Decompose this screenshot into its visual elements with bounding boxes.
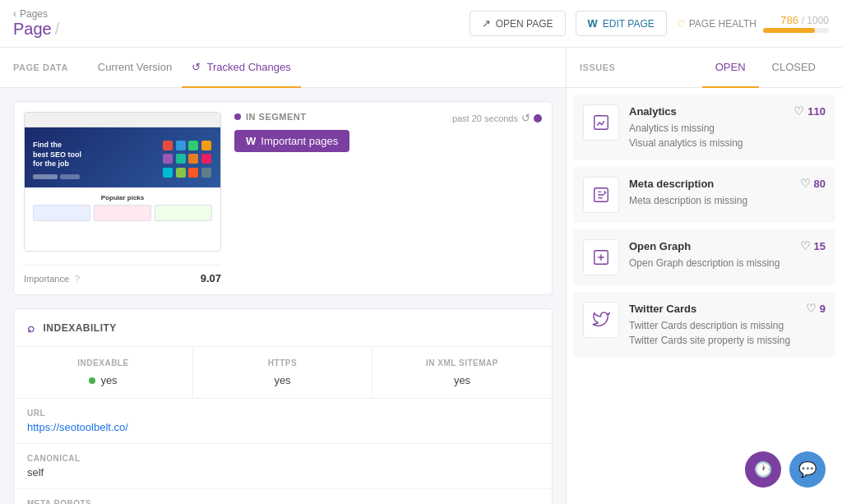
analytics-score-value: 110 (807, 105, 826, 118)
content-area: past 20 seconds ↺ Find the (0, 88, 566, 504)
edit-page-button[interactable]: W EDIT PAGE (576, 11, 667, 36)
refresh-dot (534, 114, 542, 123)
floating-buttons: 🕐 💬 (745, 451, 826, 488)
preview-card: past 20 seconds ↺ Find the (13, 101, 553, 295)
meta-desc-title: Meta description (629, 178, 714, 190)
url-field: URL https://seotoolbelt.co/ (14, 399, 552, 444)
page-thumbnail: Find the best SEO tool for the job (24, 112, 221, 252)
mockup-hero: Find the best SEO tool for the job (25, 127, 220, 187)
twitter-icon (592, 311, 610, 329)
page-title-slash: / (55, 20, 60, 39)
meta-desc-title-row: Meta description ♡ 80 (629, 177, 826, 190)
open-graph-desc: Open Graph description is missing (629, 256, 826, 270)
mockup-section: Popular picks (25, 187, 220, 228)
history-button[interactable]: 🕐 (745, 451, 781, 488)
open-graph-desc-1: Open Graph description is missing (629, 256, 826, 270)
twitter-heart-icon: ♡ (806, 302, 817, 315)
importance-row: Importance ? 9.07 (24, 265, 221, 284)
page-title-text: Page (13, 20, 52, 39)
xml-label: IN XML SITEMAP (386, 358, 539, 368)
importance-label-area: Importance ? (24, 274, 80, 284)
tab-open[interactable]: OPEN (702, 48, 759, 88)
chat-button[interactable]: 💬 (789, 451, 826, 488)
meta-robots-field: META ROBOTS follow, index, max-snippet:-… (14, 489, 552, 504)
mockup-nav (25, 113, 220, 127)
back-label[interactable]: Pages (20, 8, 48, 20)
refresh-icon: ↺ (521, 112, 530, 124)
analytics-title: Analytics (629, 105, 677, 118)
importance-help-icon: ? (75, 274, 80, 284)
tab-closed[interactable]: CLOSED (759, 48, 829, 88)
mockup-headline: Find the best SEO tool for the job (33, 141, 156, 169)
canonical-value: self (27, 466, 539, 479)
meta-desc-score-value: 80 (814, 178, 826, 190)
twitter-score-value: 9 (820, 303, 826, 315)
open-graph-content: Open Graph ♡ 15 Open Graph description i… (629, 239, 826, 270)
issue-card-open-graph[interactable]: Open Graph ♡ 15 Open Graph description i… (573, 229, 835, 285)
health-bar (763, 28, 829, 33)
twitter-title: Twitter Cards (629, 303, 696, 315)
twitter-desc-1: Twitter Cards description is missing (629, 318, 826, 333)
refresh-text: past 20 seconds (452, 113, 518, 123)
thumbnail-mockup: Find the best SEO tool for the job (24, 112, 221, 252)
health-score-max: / 1000 (802, 15, 829, 26)
open-graph-score: ♡ 15 (800, 239, 826, 252)
tab-current-label: Current Version (98, 61, 172, 73)
chat-icon: 💬 (798, 460, 817, 479)
segment-dot (234, 113, 241, 120)
meta-desc-icon-box (583, 177, 619, 213)
https-cell: HTTPS yes (193, 347, 372, 398)
right-panel: ISSUES OPEN CLOSED (567, 48, 842, 504)
https-val-text: yes (274, 374, 290, 386)
indexable-value: yes (27, 374, 179, 386)
open-graph-title: Open Graph (629, 240, 691, 252)
twitter-content: Twitter Cards ♡ 9 Twitter Cards descript… (629, 302, 826, 348)
meta-desc-heart-icon: ♡ (800, 177, 811, 190)
https-value: yes (206, 374, 359, 386)
issues-tabs: OPEN CLOSED (702, 48, 829, 87)
tab-tracked-changes[interactable]: ↺ Tracked Changes (182, 48, 301, 88)
open-page-button[interactable]: ↗ OPEN PAGE (470, 11, 566, 36)
indexable-label: INDEXABLE (27, 358, 179, 368)
issue-card-analytics[interactable]: Analytics ♡ 110 Analytics is missing Vis… (573, 95, 835, 160)
back-icon: ‹ (13, 8, 16, 20)
issues-header: ISSUES OPEN CLOSED (567, 48, 842, 88)
meta-desc-score: ♡ 80 (800, 177, 826, 190)
importance-value: 9.07 (201, 272, 221, 284)
open-graph-icon (592, 248, 610, 266)
health-score-numbers: 786 / 1000 (780, 14, 829, 26)
meta-desc-content: Meta description ♡ 80 Meta description i… (629, 177, 826, 208)
tabs-row: PAGE DATA Current Version ↺ Tracked Chan… (0, 48, 566, 88)
search-icon: ⌕ (27, 321, 35, 335)
indexable-cell: INDEXABLE yes (14, 347, 193, 398)
mockup-items (33, 205, 212, 221)
analytics-content: Analytics ♡ 110 Analytics is missing Vis… (629, 104, 826, 150)
main-area: PAGE DATA Current Version ↺ Tracked Chan… (0, 48, 842, 504)
segment-tag[interactable]: W Important pages (234, 130, 349, 152)
segment-tag-text: Important pages (261, 135, 338, 147)
meta-robots-label: META ROBOTS (27, 499, 539, 504)
svg-rect-0 (594, 116, 608, 130)
twitter-desc: Twitter Cards description is missing Twi… (629, 318, 826, 348)
analytics-score: ♡ 110 (793, 104, 826, 118)
issue-card-meta-description[interactable]: Meta description ♡ 80 Meta description i… (573, 167, 835, 223)
issue-card-twitter-cards[interactable]: Twitter Cards ♡ 9 Twitter Cards descript… (573, 292, 835, 358)
analytics-title-row: Analytics ♡ 110 (629, 104, 826, 118)
tab-tracked-label: Tracked Changes (207, 61, 291, 73)
url-link[interactable]: https://seotoolbelt.co/ (27, 421, 539, 433)
mockup-icons-grid (163, 141, 212, 179)
back-link[interactable]: ‹ Pages (13, 8, 59, 20)
page-title: Page / (13, 20, 59, 39)
analytics-icon (592, 113, 610, 132)
xml-value: yes (386, 374, 539, 386)
url-label: URL (27, 409, 539, 418)
twitter-desc-2: Twitter Cards site property is missing (629, 333, 826, 348)
health-score-area: 786 / 1000 (763, 14, 829, 33)
edit-page-label: EDIT PAGE (603, 18, 655, 30)
open-graph-icon-box (583, 239, 619, 275)
open-page-label: OPEN PAGE (496, 18, 553, 30)
tab-current-version[interactable]: Current Version (88, 48, 182, 88)
open-page-icon: ↗ (482, 17, 491, 30)
meta-desc-desc-1: Meta description is missing (629, 193, 826, 208)
canonical-label: CANONICAL (27, 454, 539, 463)
